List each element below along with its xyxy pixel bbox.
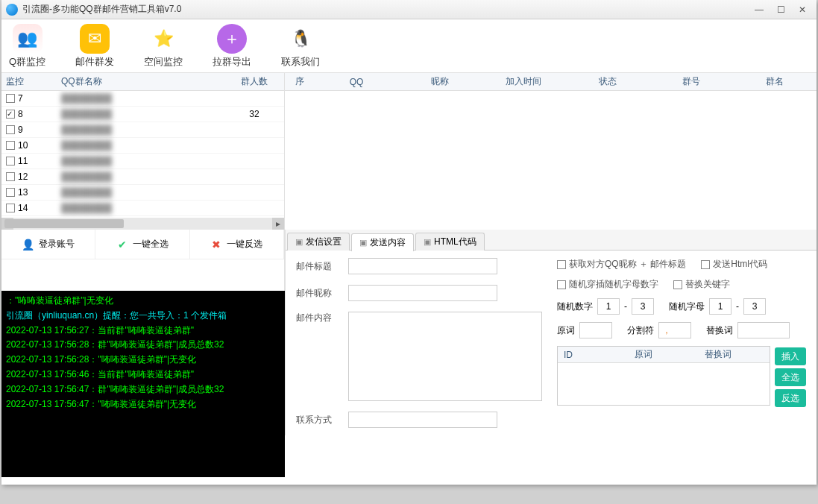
rand-letter-label: 随机字母 [669,300,705,313]
rand-letter-min[interactable] [709,298,732,315]
contact-input[interactable] [348,412,497,428]
insert-button[interactable]: 插入 [775,347,806,365]
toolbar-mail[interactable]: ✉邮件群发 [75,24,114,69]
repl-label: 替换词 [706,324,733,337]
checkbox-icon [673,280,682,289]
close-icon[interactable]: ✕ [799,4,806,15]
monitor-icon: 👥 [13,24,43,54]
rand-letter-group: 随机字母 - [669,298,766,315]
toolbar-pull[interactable]: ＋拉群导出 [213,24,251,69]
app-icon [6,4,18,16]
rand-num-min[interactable] [597,298,620,315]
tab-2[interactable]: ▣HTML代码 [415,233,485,251]
group-row[interactable]: 14████████ [1,201,284,216]
group-row[interactable]: 11████████ [1,154,284,169]
col-header[interactable]: 状态 [566,75,649,88]
group-row[interactable]: 10████████ [1,138,284,154]
checkbox-icon[interactable] [6,204,15,212]
checkbox-icon[interactable] [6,188,15,197]
toolbar-contact[interactable]: 🐧联系我们 [281,24,320,69]
sep-input[interactable] [658,322,691,338]
rand-letter-max[interactable] [743,298,766,315]
group-row[interactable]: 7████████ [1,91,284,107]
subject-label: 邮件标题 [296,260,341,273]
log-line: 2022-07-13 17:56:28：群"咘咘装逼徒弟群"|成员总数32 [6,338,280,353]
contact-label: 联系方式 [296,414,341,426]
pull-icon: ＋ [217,24,247,54]
col-monitor[interactable]: 监控 [1,75,31,88]
tabs-area: ▣发信设置▣发送内容▣HTML代码 邮件标题 邮件昵称 邮件内容 [285,230,817,435]
invert-button-2[interactable]: 反选 [775,389,806,407]
select-all-button-2[interactable]: 全选 [775,368,806,386]
toolbar-space[interactable]: ⭐空间监控 [144,24,183,69]
check-icon: ✔ [116,239,128,251]
main-toolbar: 👥Q群监控✉邮件群发⭐空间监控＋拉群导出🐧联系我们 [1,19,817,73]
repl-input[interactable] [737,322,790,338]
minimize-icon[interactable]: — [755,4,764,15]
col-header[interactable]: QQ [315,77,398,87]
group-row[interactable]: 13████████ [1,185,284,201]
log-line: 2022-07-13 17:56:27：当前群"咘咘装逼徒弟群" [6,324,280,338]
opt-get-nick[interactable]: 获取对方QQ昵称 ＋ 邮件标题 [557,258,686,271]
col-group-name[interactable]: QQ群名称 [31,75,224,88]
log-line: ："咘咘装逼徒弟群"|无变化 [6,294,280,309]
checkbox-icon[interactable] [6,157,15,166]
app-window: 引流圈-多功能QQ群邮件营销工具箱v7.0 — ☐ ✕ 👥Q群监控✉邮件群发⭐空… [1,0,817,485]
invert-button[interactable]: ✖一键反选 [190,230,284,259]
horizontal-scrollbar[interactable]: ◂ ▸ [1,218,284,230]
tab-icon: ▣ [424,237,431,247]
user-icon: 👤 [22,239,34,251]
content-textarea[interactable] [348,312,542,401]
toolbar-monitor[interactable]: 👥Q群监控 [9,24,45,69]
nick-label: 邮件昵称 [296,287,341,300]
options-column: 获取对方QQ昵称 ＋ 邮件标题 发送Html代码 随机穿插随机字母数字 替换关键… [557,258,806,428]
checkbox-icon[interactable] [6,94,15,103]
col-header[interactable]: 群号 [649,75,733,88]
subject-input[interactable] [348,258,497,274]
nick-input[interactable] [348,285,497,301]
tab-0[interactable]: ▣发信设置 [287,233,350,251]
opt-replace-keyword[interactable]: 替换关键字 [673,278,730,291]
tab-send-content: 邮件标题 邮件昵称 邮件内容 联系方式 [286,251,817,435]
cross-icon: ✖ [210,239,222,251]
sep-label: 分割符 [627,324,654,337]
col-repl[interactable]: 替换词 [699,348,770,361]
checkbox-icon[interactable] [6,141,15,150]
col-header[interactable]: 群名 [733,75,817,88]
opt-send-html[interactable]: 发送Html代码 [701,258,767,271]
rand-num-max[interactable] [632,298,654,315]
members-body [285,91,817,230]
orig-input[interactable] [579,322,612,338]
window-controls: — ☐ ✕ [755,4,812,15]
checkbox-icon[interactable] [6,125,15,134]
col-id[interactable]: ID [558,350,629,360]
checkbox-icon[interactable] [6,110,15,119]
members-header: 序QQ昵称加入时间状态群号群名 [285,73,817,91]
col-header[interactable]: 加入时间 [482,75,565,88]
maximize-icon[interactable]: ☐ [777,4,785,15]
scroll-right-icon[interactable]: ▸ [272,218,284,230]
rand-num-label: 随机数字 [557,300,593,313]
group-row[interactable]: 9████████ [1,122,284,138]
contact-icon: 🐧 [286,24,315,54]
space-icon: ⭐ [148,24,178,54]
checkbox-icon[interactable] [6,172,15,181]
opt-random-insert[interactable]: 随机穿插随机字母数字 [557,278,658,291]
tab-icon: ▣ [359,238,367,248]
window-title: 引流圈-多功能QQ群邮件营销工具箱v7.0 [22,3,755,16]
scroll-thumb[interactable] [4,219,124,228]
group-row[interactable]: 8████████32 [1,107,284,122]
col-group-count[interactable]: 群人数 [224,75,284,88]
col-header[interactable]: 序 [285,75,315,88]
log-line: 2022-07-13 17:56:47："咘咘装逼徒弟群"|无变化 [6,397,280,412]
col-header[interactable]: 昵称 [398,75,482,88]
group-row[interactable]: 12████████ [1,169,284,185]
log-line: 2022-07-13 17:56:46：当前群"咘咘装逼徒弟群" [6,368,280,382]
tab-1[interactable]: ▣发送内容 [351,233,414,251]
login-button[interactable]: 👤登录账号 [1,230,95,259]
group-list-body: 7████████8████████329████████10████████1… [1,91,284,218]
checkbox-icon [701,260,710,269]
select-all-button[interactable]: ✔一键全选 [95,230,189,259]
col-orig[interactable]: 原词 [629,348,699,361]
tab-icon: ▣ [295,237,303,247]
